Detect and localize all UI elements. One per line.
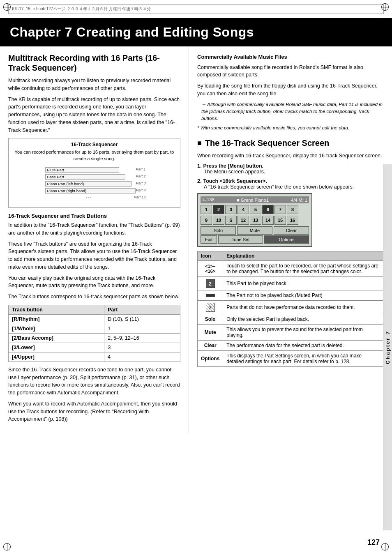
part-ellipsis: · · · <box>86 195 92 199</box>
seq-solo-btn[interactable]: Solo <box>201 226 236 235</box>
table-header-part: Part <box>104 305 180 314</box>
intro-p2: The KR is capable of multitrack recordin… <box>8 96 180 134</box>
page-number: 127 <box>367 538 380 547</box>
after-table-p2: When you want to record with Automatic A… <box>8 400 180 423</box>
seq-action-btns: Solo Mute Clear <box>201 226 309 235</box>
part-label-3: Part 3 <box>136 181 145 185</box>
seq-btn-14[interactable]: 14 <box>262 216 274 225</box>
meta-bar: KR-17_15_e.book 127ページ ２００４年１２月６日 月曜日 午後… <box>8 4 384 14</box>
table-row: [R/Rhythm] D (10), S (11) <box>9 314 180 324</box>
part-label-16: Part 16 <box>134 195 145 199</box>
seq-btn-6[interactable]: 6 <box>262 205 274 214</box>
chapter-header: Chapter 7 Creating and Editing Songs <box>0 18 392 46</box>
seq-btn-13[interactable]: 13 <box>250 216 261 225</box>
commercially-p1: Commercially available song file recorde… <box>197 64 384 79</box>
seq-btn-5[interactable]: 5 <box>250 205 261 214</box>
corner-reg-br <box>381 543 389 552</box>
track-sequencer-diagram: 16-Track Sequencer You can record perfor… <box>8 138 180 208</box>
icon-row-range: <1>–<16> Touch to select the part to be … <box>198 261 384 277</box>
step-2: 2. Touch <16trk Sequencer>. A "16-track … <box>197 178 384 190</box>
table-header-trackbutton: Track button <box>9 305 104 314</box>
seq-btn-3[interactable]: 3 <box>225 205 237 214</box>
commercially-note1: Although with commercially available Rol… <box>197 101 384 122</box>
subsection1-p2: These five "Track buttons" are used for … <box>8 240 180 271</box>
seq-btn-4[interactable]: 4 <box>238 205 249 214</box>
seq-btn-8[interactable]: 8 <box>287 205 298 214</box>
seq-time: 4/4 M: 1 <box>291 198 307 203</box>
icon-row-mute: Mute This allows you to prevent the soun… <box>198 325 384 341</box>
seq-options-btn[interactable]: Options <box>264 235 309 244</box>
subsection1-p3: You can easily play back the original so… <box>8 274 180 290</box>
icon-row-striped: 2 Parts that do not have performance dat… <box>198 301 384 314</box>
icon-dash-cell <box>198 290 223 301</box>
seq-btn-10[interactable]: 10 <box>213 216 224 225</box>
icon-solo-explanation: Only the selected Part is played back. <box>223 314 384 325</box>
after-table-p1: Since the 16-Track Sequencer records one… <box>8 366 180 397</box>
main-content: Multitrack Recording with 16 Parts (16-T… <box>0 46 392 433</box>
icon-row-solo: Solo Only the selected Part is played ba… <box>198 314 384 325</box>
diagram-title: 16-Track Sequencer <box>12 142 177 147</box>
corner-reg-tr <box>381 3 389 12</box>
commercially-title: Commercially Available Music Files <box>197 53 384 61</box>
seq-btn-1[interactable]: 1 <box>201 205 212 214</box>
icon-explanation-table: Icon Explanation <1>–<16> Touch to selec… <box>197 251 384 367</box>
commercially-note2: * With some commercially available music… <box>197 124 384 131</box>
step-1: 1. Press the [Menu] button. The Menu scr… <box>197 163 384 175</box>
step2-label: 2. <box>197 178 202 184</box>
seq-buttons-row2: 9 10 S 12 13 14 15 16 <box>201 216 309 225</box>
icon-row-clear: Clear The performance data for the selec… <box>198 341 384 351</box>
seq-mute-btn[interactable]: Mute <box>237 226 272 235</box>
seq-toneset-btn[interactable]: Tone Set <box>218 235 263 244</box>
table-row: [4/Upper] 4 <box>9 352 180 362</box>
icon-solo: Solo <box>198 314 223 325</box>
icon-options: Options <box>198 351 223 367</box>
chapter-side-bar: Chapter 7 <box>383 164 392 530</box>
table-row: [2/Bass Accomp] 2, 5–9, 12–16 <box>9 333 180 343</box>
chapter-side-label: Chapter 7 <box>385 330 391 364</box>
left-column: Multitrack Recording with 16 Parts (16-T… <box>0 46 189 433</box>
section-title-multitrack: Multitrack Recording with 16 Parts (16-T… <box>8 53 180 73</box>
icon-mute-explanation: This allows you to prevent the sound for… <box>223 325 384 341</box>
seq-btn-s[interactable]: S <box>225 216 237 225</box>
seq-btn-15[interactable]: 15 <box>274 216 286 225</box>
icon-mute: Mute <box>198 325 223 341</box>
subsection1-p1: In addition to the "16-Track Sequencer" … <box>8 221 180 237</box>
subsection1-p4: The Track buttons correspond to 16-track… <box>8 293 180 301</box>
icon-range-explanation: Touch to select the part to be recorded,… <box>223 261 384 277</box>
step2-action: Touch <16trk Sequencer>. <box>203 178 267 184</box>
dark-btn-icon: 2 <box>206 279 215 288</box>
part-label-1: Part 1 <box>136 167 145 171</box>
seq-btn-2[interactable]: 2 <box>213 205 224 214</box>
diagram-desc: You can record performances for up to 16… <box>12 149 177 162</box>
part-label-2: Part 2 <box>136 174 145 178</box>
icon-options-explanation: This displays the Part Settings screen, … <box>223 351 384 367</box>
striped-icon: 2 <box>206 303 215 312</box>
seq-btn-7[interactable]: 7 <box>274 205 286 214</box>
sequencer-section-title: The 16-Track Sequencer Screen <box>197 138 384 148</box>
icon-row-dash: The Part not to be played back (Muted Pa… <box>198 290 384 301</box>
icon-range: <1>–<16> <box>198 261 223 277</box>
icon-row-dark-btn: 2 This Part to be played back <box>198 277 384 290</box>
seq-btn-12[interactable]: 12 <box>238 216 249 225</box>
subsection1-title: 16-Track Sequencer and Track Buttons <box>8 213 180 219</box>
seq-top-bar: ♩=138 ■ Grand Piano1 4/4 M: 1 <box>201 196 309 203</box>
icon-striped-explanation: Parts that do not have performance data … <box>223 301 384 314</box>
step1-label: 1. <box>197 163 202 169</box>
seq-clear-btn[interactable]: Clear <box>274 226 309 235</box>
track-strip-4: Piano Part (right hand) <box>45 188 136 193</box>
icon-table-header-explanation: Explanation <box>223 251 384 261</box>
corner-reg-bl <box>3 543 11 552</box>
icon-dark-btn: 2 <box>198 277 223 290</box>
step1-action: Press the [Menu] button. <box>203 163 263 169</box>
seq-exit-btn[interactable]: Exit <box>201 235 217 244</box>
track-button-table: Track button Part [R/Rhythm] D (10), S (… <box>8 305 180 362</box>
seq-tempo: ♩=138 <box>202 197 214 203</box>
icon-clear-explanation: The performance data for the selected pa… <box>223 341 384 351</box>
seq-btn-9[interactable]: 9 <box>201 216 212 225</box>
icon-dark-explanation: This Part to be played back <box>223 277 384 290</box>
track-strip-3: Piano Part (left hand) <box>45 181 131 187</box>
icon-row-options: Options This displays the Part Settings … <box>198 351 384 367</box>
track-strip-2: Bass Part <box>45 174 125 180</box>
corner-reg-tl <box>3 3 11 12</box>
seq-btn-16[interactable]: 16 <box>287 216 298 225</box>
